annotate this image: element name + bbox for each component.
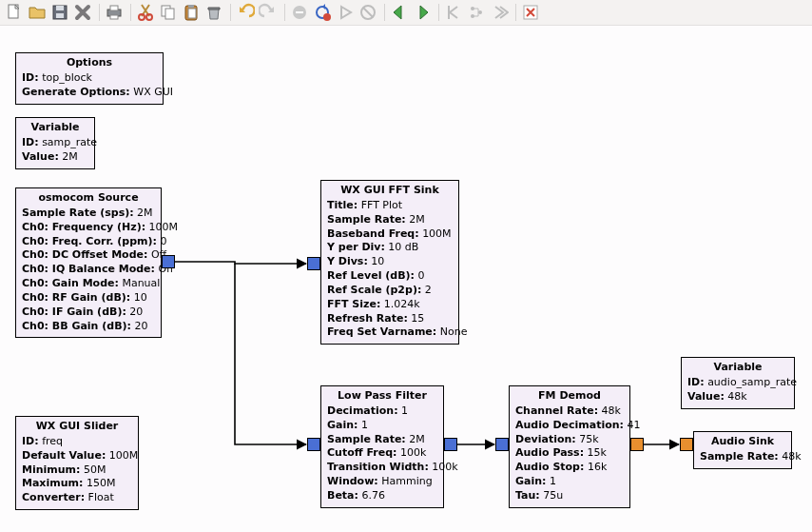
close-icon[interactable] bbox=[72, 2, 93, 23]
block-low-pass-filter[interactable]: Low Pass Filter Decimation: 1 Gain: 1 Sa… bbox=[320, 385, 444, 508]
port-lpf-out[interactable] bbox=[444, 438, 457, 451]
svg-rect-12 bbox=[188, 9, 196, 18]
error-icon[interactable] bbox=[520, 2, 541, 23]
block-title: Low Pass Filter bbox=[327, 389, 437, 404]
tree-icon[interactable] bbox=[466, 2, 487, 23]
expand-icon[interactable] bbox=[489, 2, 510, 23]
block-title: Variable bbox=[687, 361, 788, 375]
block-fm-demod[interactable]: FM Demod Channel Rate: 48k Audio Decimat… bbox=[509, 385, 630, 508]
run-icon[interactable] bbox=[335, 2, 356, 23]
toolbar-separator bbox=[384, 4, 385, 21]
block-title: WX GUI FFT Sink bbox=[327, 184, 453, 198]
port-lpf-in[interactable] bbox=[307, 438, 320, 451]
open-folder-icon[interactable] bbox=[27, 2, 48, 23]
copy-icon[interactable] bbox=[158, 2, 179, 23]
block-fft-sink[interactable]: WX GUI FFT Sink Title: FFT Plot Sample R… bbox=[320, 180, 459, 345]
undo-icon[interactable] bbox=[235, 2, 256, 23]
delete-icon[interactable] bbox=[203, 2, 224, 23]
back-icon[interactable] bbox=[389, 2, 410, 23]
block-title: Options bbox=[22, 56, 157, 70]
port-audio-in[interactable] bbox=[680, 438, 693, 451]
print-icon[interactable] bbox=[104, 2, 125, 23]
collapse-icon[interactable] bbox=[443, 2, 464, 23]
toolbar-separator bbox=[130, 4, 131, 21]
toolbar-separator bbox=[99, 4, 100, 21]
svg-rect-15 bbox=[296, 11, 303, 13]
toolbar-separator bbox=[438, 4, 439, 21]
svg-rect-10 bbox=[165, 9, 174, 19]
paste-icon[interactable] bbox=[181, 2, 202, 23]
rebuild-icon[interactable] bbox=[312, 2, 333, 23]
stop-icon[interactable] bbox=[289, 2, 310, 23]
redo-icon[interactable] bbox=[258, 2, 279, 23]
toolbar-separator bbox=[515, 4, 516, 21]
port-fm-out[interactable] bbox=[630, 438, 644, 451]
toolbar-separator bbox=[230, 4, 231, 21]
svg-point-8 bbox=[146, 14, 152, 20]
block-title: WX GUI Slider bbox=[22, 420, 132, 434]
block-title: Variable bbox=[22, 121, 88, 135]
block-osmocom-source[interactable]: osmocom Source Sample Rate (sps): 2M Ch0… bbox=[15, 187, 162, 338]
toolbar-separator bbox=[284, 4, 285, 21]
block-wx-slider[interactable]: WX GUI Slider ID: freq Default Value: 10… bbox=[15, 416, 139, 510]
svg-rect-2 bbox=[56, 6, 64, 10]
new-file-icon[interactable] bbox=[4, 2, 25, 23]
forward-icon[interactable] bbox=[412, 2, 433, 23]
save-icon[interactable] bbox=[49, 2, 70, 23]
block-variable-samp-rate[interactable]: Variable ID: samp_rate Value: 2M bbox=[15, 117, 95, 169]
cut-icon[interactable] bbox=[135, 2, 156, 23]
svg-point-17 bbox=[323, 13, 331, 21]
block-title: Audio Sink bbox=[700, 435, 785, 449]
port-fm-in[interactable] bbox=[495, 438, 509, 451]
port-osmocom-out[interactable] bbox=[162, 255, 175, 268]
svg-rect-3 bbox=[56, 13, 64, 18]
flowgraph-canvas[interactable]: Options ID: top_block Generate Options: … bbox=[0, 26, 812, 532]
toolbar bbox=[0, 0, 812, 26]
block-title: FM Demod bbox=[515, 389, 624, 404]
block-variable-audio-samp-rate[interactable]: Variable ID: audio_samp_rate Value: 48k bbox=[681, 357, 795, 409]
svg-point-7 bbox=[139, 14, 145, 20]
svg-rect-5 bbox=[110, 6, 118, 10]
block-title: osmocom Source bbox=[22, 191, 155, 206]
block-audio-sink[interactable]: Audio Sink Sample Rate: 48k bbox=[693, 431, 792, 469]
port-fft-in[interactable] bbox=[307, 257, 320, 270]
svg-rect-13 bbox=[188, 5, 194, 8]
svg-rect-6 bbox=[110, 15, 118, 19]
kill-icon[interactable] bbox=[358, 2, 378, 23]
block-options[interactable]: Options ID: top_block Generate Options: … bbox=[15, 52, 164, 105]
